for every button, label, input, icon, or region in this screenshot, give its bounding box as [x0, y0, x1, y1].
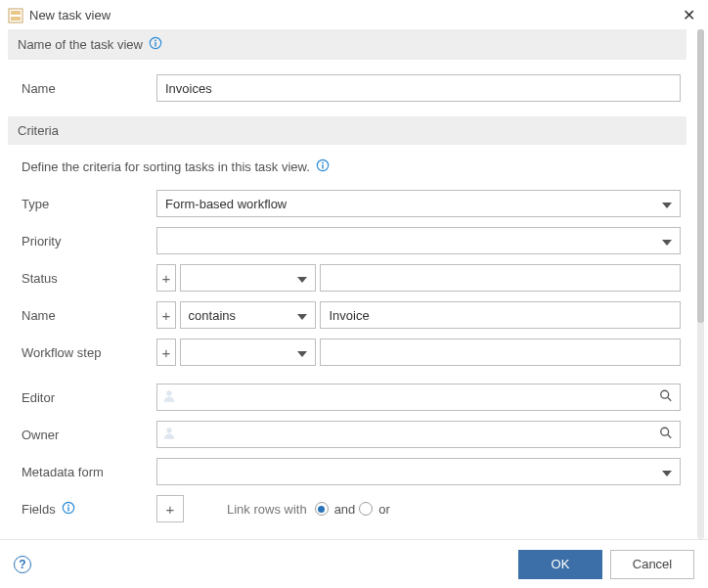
search-icon[interactable]: [659, 427, 673, 443]
label-type: Type: [22, 197, 156, 211]
title-bar: New task view ✕: [0, 0, 708, 32]
svg-point-13: [661, 428, 669, 435]
row-fields: Fields + Link rows with and or: [0, 490, 694, 527]
owner-input[interactable]: [156, 421, 681, 448]
svg-rect-5: [155, 42, 155, 46]
info-icon[interactable]: [62, 501, 75, 518]
chevron-down-icon: [662, 465, 672, 479]
row-status: Status +: [0, 259, 694, 296]
link-or-label: or: [378, 502, 390, 517]
row-workflow-step: Workflow step +: [0, 334, 694, 371]
label-workflow-step: Workflow step: [22, 345, 156, 360]
row-priority: Priority: [0, 222, 694, 259]
section-title-criteria: Criteria: [18, 123, 59, 138]
status-value-input[interactable]: [320, 264, 681, 292]
row-type: Type Form-based workflow: [0, 185, 694, 222]
type-value: Form-based workflow: [165, 197, 287, 211]
svg-point-4: [155, 40, 156, 42]
svg-point-7: [322, 162, 324, 164]
radio-dot-icon: [315, 502, 329, 516]
close-button[interactable]: ✕: [679, 6, 698, 24]
cancel-button[interactable]: Cancel: [610, 550, 694, 579]
label-status: Status: [22, 271, 156, 286]
name-value-input[interactable]: [320, 301, 681, 329]
name-operator-value: contains: [189, 308, 236, 323]
app-icon: [8, 8, 23, 23]
label-fields-text: Fields: [22, 502, 56, 517]
dialog-body: Name of the task view Name Criteria Defi…: [0, 29, 694, 539]
status-operator-select[interactable]: [180, 264, 317, 292]
svg-rect-17: [67, 507, 68, 511]
workflow-value-input[interactable]: [320, 339, 681, 366]
criteria-hint: Define the criteria for sorting tasks in…: [0, 155, 694, 185]
row-name-criteria: Name + contains: [0, 296, 694, 334]
label-metadata-form: Metadata form: [22, 465, 156, 479]
svg-rect-2: [11, 17, 21, 21]
chevron-down-icon: [297, 308, 307, 323]
label-name: Name: [22, 81, 156, 96]
label-priority: Priority: [22, 234, 156, 249]
chevron-down-icon: [662, 197, 672, 211]
chevron-down-icon: [297, 271, 307, 286]
section-header-criteria: Criteria: [8, 116, 686, 145]
scrollbar-track[interactable]: [697, 29, 704, 539]
link-and-radio[interactable]: and: [315, 502, 356, 517]
priority-select[interactable]: [156, 227, 681, 254]
link-or-radio[interactable]: or: [359, 502, 390, 517]
radio-dot-icon: [359, 502, 373, 516]
svg-rect-8: [322, 164, 323, 168]
chevron-down-icon: [662, 234, 672, 249]
svg-line-11: [668, 397, 672, 401]
metadata-form-select[interactable]: [156, 458, 681, 485]
row-editor: Editor: [0, 379, 694, 416]
type-select[interactable]: Form-based workflow: [156, 190, 681, 217]
label-fields: Fields: [22, 501, 156, 518]
label-editor: Editor: [22, 390, 156, 405]
dialog-footer: ? OK Cancel: [0, 539, 708, 588]
label-owner: Owner: [22, 428, 156, 442]
criteria-hint-text: Define the criteria for sorting tasks in…: [22, 159, 310, 174]
workflow-add-button[interactable]: +: [156, 339, 176, 366]
status-add-button[interactable]: +: [156, 264, 176, 292]
chevron-down-icon: [297, 345, 307, 360]
window-title: New task view: [29, 8, 679, 23]
section-header-name: Name of the task view: [8, 29, 686, 60]
fields-add-button[interactable]: +: [156, 495, 184, 522]
ok-button[interactable]: OK: [518, 550, 602, 579]
svg-rect-1: [11, 11, 21, 15]
editor-input[interactable]: [156, 384, 681, 411]
svg-point-10: [661, 390, 669, 398]
scrollbar-thumb[interactable]: [697, 29, 704, 323]
svg-point-16: [67, 504, 69, 506]
search-icon[interactable]: [659, 389, 673, 406]
dialog-window: New task view ✕ Name of the task view Na…: [0, 0, 708, 588]
name-operator-select[interactable]: contains: [180, 301, 317, 329]
workflow-operator-select[interactable]: [180, 339, 317, 366]
row-metadata-form: Metadata form: [0, 453, 694, 490]
row-owner: Owner: [0, 416, 694, 453]
row-name: Name: [0, 69, 694, 107]
info-icon[interactable]: [149, 36, 162, 53]
link-and-label: and: [334, 502, 356, 517]
user-icon: [162, 427, 176, 443]
info-icon[interactable]: [316, 158, 330, 175]
section-title-name: Name of the task view: [18, 37, 143, 52]
label-name-criteria: Name: [22, 308, 156, 323]
name-add-button[interactable]: +: [156, 301, 176, 329]
help-button[interactable]: ?: [14, 556, 31, 573]
svg-point-12: [166, 428, 171, 432]
user-icon: [162, 389, 176, 406]
svg-point-9: [166, 390, 171, 395]
link-rows-label: Link rows with: [227, 502, 307, 517]
svg-line-14: [668, 434, 672, 438]
name-input[interactable]: [156, 74, 681, 102]
